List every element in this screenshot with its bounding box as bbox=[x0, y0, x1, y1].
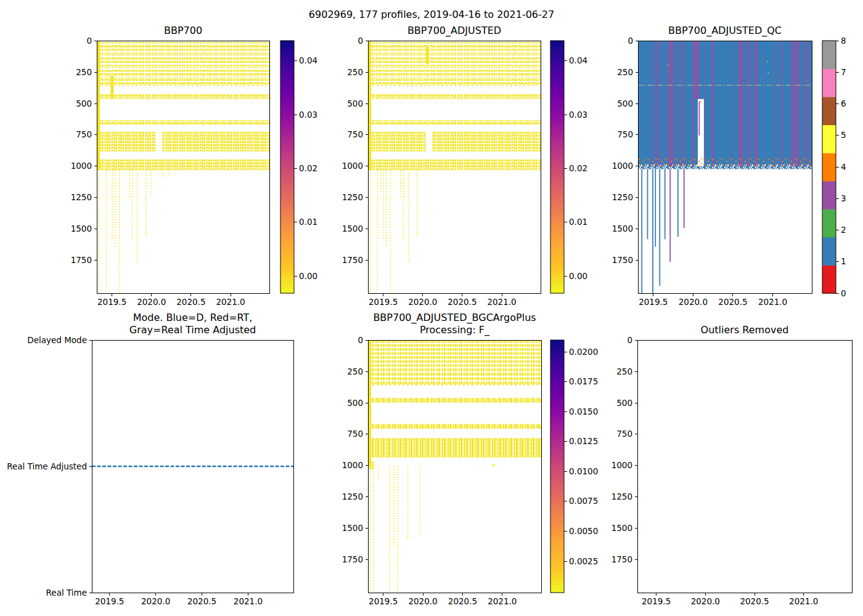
qc-probably-bad-stripe bbox=[775, 41, 775, 166]
data-band bbox=[368, 94, 541, 99]
y-tick-label: Real Time bbox=[46, 588, 87, 598]
colorbar-tick-label: 0.0150 bbox=[569, 407, 598, 416]
y-tick-label: 1500 bbox=[612, 224, 633, 233]
data-band bbox=[368, 368, 541, 371]
data-band bbox=[97, 65, 269, 68]
qc-probably-bad-stripe bbox=[740, 41, 742, 166]
colorbar-tick-label: 4 bbox=[841, 162, 846, 172]
colorbar-tick-label: 1 bbox=[841, 256, 846, 266]
y-tick-label: 1500 bbox=[342, 224, 363, 233]
y-tick-label: 1000 bbox=[71, 161, 92, 171]
y-tick-label: 1750 bbox=[342, 255, 363, 265]
qc-probably-bad-stripe bbox=[754, 41, 755, 166]
title-mode: Mode. Blue=D, Red=RT, Gray=Real Time Adj… bbox=[57, 312, 329, 336]
x-tick-label: 2021.0 bbox=[216, 297, 245, 307]
data-band bbox=[368, 348, 541, 351]
y-tick-label: 1250 bbox=[342, 492, 363, 501]
y-tick-label: 1000 bbox=[342, 161, 363, 171]
panel-bbp700: 2019.52020.02020.52021.00250500750100012… bbox=[71, 36, 269, 307]
panel-marks-bbp700_adjusted bbox=[368, 41, 541, 293]
colorbar-tick-label: 0.0125 bbox=[569, 436, 598, 446]
data-band bbox=[97, 49, 269, 51]
title-bbp700: BBP700 bbox=[47, 25, 319, 37]
plot-border bbox=[637, 340, 852, 593]
qc-probably-bad-stripe bbox=[791, 41, 793, 166]
colorbar-tick-label: 6 bbox=[841, 99, 846, 108]
data-band bbox=[368, 352, 541, 355]
figure: 6902969, 177 profiles, 2019-04-16 to 202… bbox=[0, 0, 863, 616]
data-band bbox=[368, 65, 541, 68]
colorbar-segment bbox=[822, 97, 836, 125]
colorbar-tick-label: 8 bbox=[841, 36, 846, 46]
qc-probably-bad-stripe bbox=[655, 41, 656, 166]
colorbar-bbp700_adjusted_qc: 012345678 bbox=[822, 36, 846, 298]
qc-probably-bad-stripe bbox=[738, 41, 739, 166]
x-tick-label: 2020.0 bbox=[691, 596, 720, 606]
qc-probably-bad-stripe bbox=[669, 41, 673, 166]
y-tick-label: 250 bbox=[347, 367, 363, 376]
colorbar-tick-label: 0.04 bbox=[569, 55, 587, 65]
colorbar-tick-label: 0.0200 bbox=[569, 347, 598, 357]
x-tick-label: 2020.0 bbox=[408, 596, 437, 606]
panel-bbp700_adjusted: 2019.52020.02020.52021.00250500750100012… bbox=[342, 36, 541, 307]
x-tick-label: 2020.5 bbox=[187, 596, 216, 606]
title-outliers-removed: Outliers Removed bbox=[609, 324, 863, 336]
y-tick-label: 750 bbox=[617, 129, 633, 139]
colorbar-tick-label: 0.00 bbox=[569, 271, 587, 281]
x-tick-label: 2020.0 bbox=[137, 297, 166, 307]
y-tick-label: Real Time Adjusted bbox=[7, 461, 87, 471]
data-band bbox=[368, 132, 541, 152]
x-tick-label: 2019.5 bbox=[369, 297, 398, 307]
qc-probably-bad-stripe bbox=[783, 41, 783, 166]
colorbar-segment bbox=[822, 237, 836, 265]
profile-column bbox=[368, 41, 371, 170]
colorbar-tick-label: 5 bbox=[841, 130, 846, 140]
data-band bbox=[368, 398, 541, 403]
colorbar-tick-label: 3 bbox=[841, 193, 846, 203]
data-band bbox=[368, 73, 541, 76]
y-tick-label: 500 bbox=[616, 398, 632, 408]
colorbar-tick-label: 0 bbox=[841, 288, 846, 298]
qc-probably-bad-stripe bbox=[746, 41, 747, 166]
data-band bbox=[97, 82, 269, 84]
data-band bbox=[368, 61, 541, 63]
qc-probably-bad-stripe bbox=[757, 41, 758, 166]
y-tick-label: 1750 bbox=[612, 255, 633, 265]
data-band bbox=[97, 41, 269, 43]
data-band bbox=[97, 160, 269, 170]
y-tick-label: 0 bbox=[628, 36, 633, 46]
colorbar-bbp700_adjusted_bgcargoplus: 0.00250.00500.00750.01000.01250.01500.01… bbox=[550, 340, 598, 593]
x-tick-label: 2021.0 bbox=[234, 596, 263, 606]
data-band bbox=[97, 120, 269, 124]
title-bgcargoplus: BBP700_ADJUSTED_BGCArgoPlus Processing: … bbox=[319, 312, 591, 336]
y-tick-label: 1000 bbox=[612, 161, 633, 171]
qc-probably-bad-stripe bbox=[713, 41, 714, 166]
x-tick-label: 2021.0 bbox=[758, 297, 787, 307]
y-tick-label: 1750 bbox=[71, 255, 92, 265]
colorbar-segment bbox=[822, 69, 836, 97]
qc-probably-bad-stripe bbox=[806, 41, 807, 166]
y-tick-label: 1750 bbox=[611, 554, 632, 564]
x-tick-label: 2020.5 bbox=[448, 596, 477, 606]
y-tick-label: 1750 bbox=[342, 554, 363, 564]
y-tick-label: 1000 bbox=[611, 460, 632, 470]
y-tick-label: 750 bbox=[347, 129, 363, 139]
y-tick-label: 500 bbox=[347, 99, 363, 108]
x-tick-label: 2021.0 bbox=[487, 297, 516, 307]
colorbar-tick-label: 0.0025 bbox=[569, 556, 598, 566]
colorbar-tick-label: 0.02 bbox=[569, 163, 587, 173]
y-tick-label: 500 bbox=[76, 99, 92, 108]
colorbar-tick-label: 0.0050 bbox=[569, 526, 598, 536]
data-band bbox=[368, 340, 541, 342]
colorbar-tick-label: 0.0175 bbox=[569, 376, 598, 386]
x-tick-label: 2020.5 bbox=[718, 297, 747, 307]
data-band bbox=[368, 69, 541, 72]
x-tick-label: 2020.0 bbox=[141, 596, 170, 606]
data-band bbox=[97, 73, 269, 76]
x-tick-label: 2020.5 bbox=[176, 297, 205, 307]
data-band bbox=[368, 82, 541, 84]
panel-marks-bbp700_adjusted_bgcargoplus bbox=[368, 340, 541, 593]
colorbar-tick-label: 0.01 bbox=[569, 217, 587, 227]
y-tick-label: 250 bbox=[76, 67, 92, 77]
y-tick-label: 500 bbox=[617, 99, 633, 108]
